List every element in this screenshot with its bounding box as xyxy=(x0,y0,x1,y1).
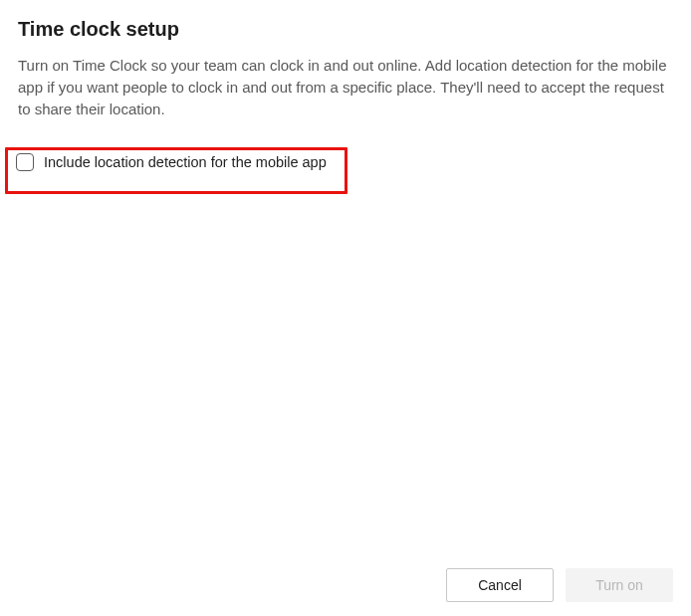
location-detection-checkbox-row[interactable]: Include location detection for the mobil… xyxy=(16,153,673,171)
dialog-title: Time clock setup xyxy=(18,18,673,41)
turn-on-button[interactable]: Turn on xyxy=(566,568,673,602)
dialog-description: Turn on Time Clock so your team can cloc… xyxy=(18,55,673,119)
cancel-button[interactable]: Cancel xyxy=(446,568,554,602)
dialog-footer: Cancel Turn on xyxy=(18,556,673,616)
time-clock-setup-dialog: Time clock setup Turn on Time Clock so y… xyxy=(0,0,691,616)
location-detection-checkbox-label: Include location detection for the mobil… xyxy=(44,154,327,170)
spacer xyxy=(18,171,673,556)
location-detection-checkbox[interactable] xyxy=(16,153,34,171)
